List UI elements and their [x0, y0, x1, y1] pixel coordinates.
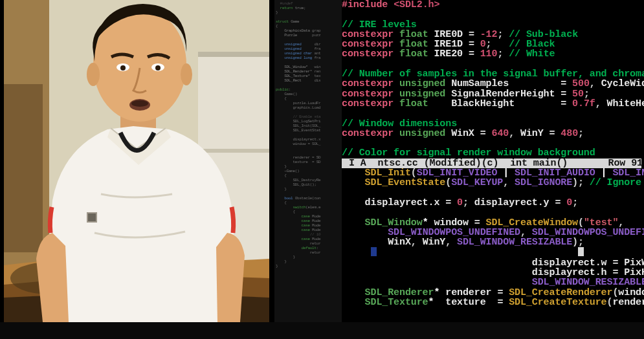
- code-editor[interactable]: #include <SDL2.h> // IRE levels constexp…: [342, 0, 644, 322]
- id-disprect-y: displayrect.y: [474, 197, 550, 208]
- text-cursor: [578, 247, 584, 256]
- fn-createtexture: SDL_CreateTexture: [509, 297, 606, 308]
- id-whitehe: WhiteHe: [607, 98, 644, 109]
- id-winy: WinY: [520, 128, 544, 139]
- webcam-illustration: [4, 0, 269, 322]
- app-root: #undef return true; } struct Game { Grap…: [0, 0, 644, 339]
- include-directive: #include: [342, 0, 388, 10]
- type-sdl-texture: SDL_Texture: [365, 297, 428, 308]
- status-mode: I A: [349, 158, 366, 169]
- webcam-pane: [4, 0, 269, 322]
- svg-point-14: [155, 65, 161, 71]
- svg-rect-2: [4, 84, 43, 252]
- id-winx: WinX: [451, 128, 474, 139]
- id-bh: BlackHeight: [451, 98, 515, 109]
- cmt-white: // White: [509, 49, 555, 60]
- text-cursor-secondary: [371, 247, 377, 256]
- svg-rect-18: [88, 213, 96, 221]
- fn-sdl-eventstate: SDL_EventState: [365, 177, 446, 188]
- svg-rect-5: [198, 149, 269, 153]
- svg-point-9: [87, 63, 100, 86]
- include-header: <SDL2.h>: [394, 0, 439, 10]
- svg-point-10: [181, 63, 192, 85]
- cmt-ignore: // Ignore: [590, 177, 641, 188]
- code-minimap[interactable]: #undef return true; } struct Game { Grap…: [274, 0, 342, 322]
- svg-point-13: [120, 65, 126, 71]
- svg-rect-4: [198, 52, 269, 57]
- id-cyclewid: CycleWid: [601, 78, 644, 89]
- bottom-bar: [0, 322, 644, 339]
- svg-point-16: [131, 100, 148, 107]
- editor-status-bar: I A ntsc.cc (Modified)(c) int main() Row…: [342, 159, 641, 168]
- id-ire20: IRE20: [434, 49, 463, 60]
- id-disprect-x: displayrect.x: [365, 197, 440, 208]
